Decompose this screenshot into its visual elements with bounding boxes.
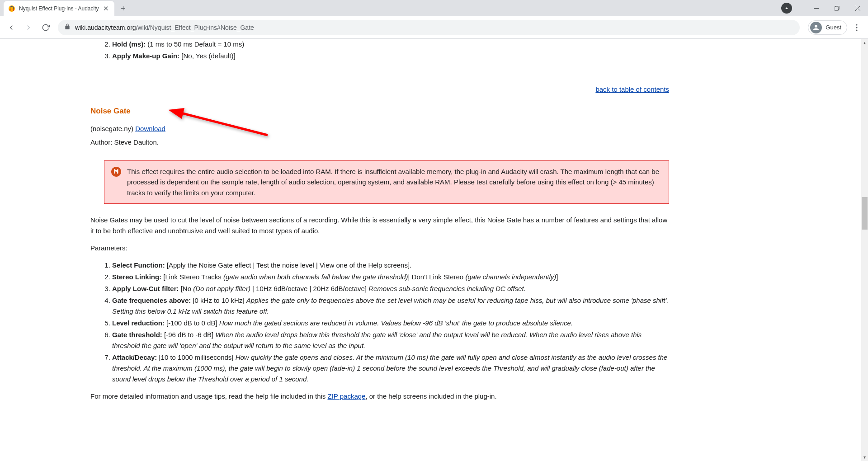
window-controls [781,0,868,16]
reload-button[interactable] [38,20,53,35]
author-line: Author: Steve Daulton. [90,137,669,148]
zip-package-link[interactable]: ZIP package [327,392,365,400]
parameters-list: Select Function: [Apply the Noise Gate e… [90,260,669,385]
page-viewport: Hold (ms): (1 ms to 50 ms Default = 10 m… [0,39,868,461]
param-item: Gate frequencies above: [0 kHz to 10 kHz… [112,295,669,317]
forward-button[interactable] [21,20,36,35]
browser-toolbar: wiki.audacityteam.org/wiki/Nyquist_Effec… [0,16,868,39]
section-separator: back to table of contents [90,82,669,95]
more-info-paragraph: For more detailed information and usage … [90,391,669,402]
tab-close-button[interactable]: ✕ [103,5,110,12]
download-link[interactable]: Download [135,125,165,132]
window-maximize-button[interactable] [826,0,847,16]
audacity-favicon [8,5,15,12]
svg-point-8 [856,27,857,28]
list-item: Apply Make-up Gain: [No, Yes (default)] [112,51,669,61]
window-close-button[interactable] [847,0,868,16]
page-content: Hold (ms): (1 ms to 50 ms Default = 10 m… [0,39,861,408]
vertical-scrollbar[interactable]: ▴ ▾ [861,39,868,461]
back-button[interactable] [4,20,19,35]
tab-strip: Nyquist Effect Plug-ins - Audacity ✕ + [0,0,868,16]
url-text: wiki.audacityteam.org/wiki/Nyquist_Effec… [75,24,254,31]
param-item: Attack/Decay: [10 to 1000 milliseconds] … [112,352,669,385]
section-heading-noise-gate: Noise Gate [90,105,669,117]
avatar-icon [810,22,822,33]
svg-point-9 [856,29,857,31]
svg-rect-1 [9,9,10,11]
scroll-thumb[interactable] [862,197,868,230]
warning-icon [111,166,122,177]
browser-chrome: Nyquist Effect Plug-ins - Audacity ✕ + w… [0,0,868,39]
svg-rect-4 [835,7,838,10]
scroll-track[interactable] [861,47,868,453]
svg-rect-2 [13,9,14,11]
back-to-toc-link[interactable]: back to table of contents [595,85,669,93]
window-minimize-button[interactable] [806,0,826,16]
incognito-indicator[interactable] [781,3,792,14]
scroll-up-button[interactable]: ▴ [861,39,868,47]
lock-icon [64,24,71,31]
download-line: (noisegate.ny) Download [90,123,669,134]
profile-button[interactable]: Guest [808,20,847,35]
new-tab-button[interactable]: + [117,2,130,15]
param-item: Level reduction: [-100 dB to 0 dB] How m… [112,318,669,329]
tab-title: Nyquist Effect Plug-ins - Audacity [19,5,99,12]
param-item: Select Function: [Apply the Noise Gate e… [112,260,669,271]
param-item: Apply Low-Cut filter: [No (Do not apply … [112,283,669,294]
param-item: Gate threshold: [-96 dB to -6 dB] When t… [112,329,669,351]
browser-menu-button[interactable] [849,20,864,35]
browser-tab[interactable]: Nyquist Effect Plug-ins - Audacity ✕ [4,1,114,16]
parameters-label: Parameters: [90,243,669,254]
list-item: Hold (ms): (1 ms to 50 ms Default = 10 m… [112,39,669,50]
scroll-down-button[interactable]: ▾ [861,453,868,461]
address-bar[interactable]: wiki.audacityteam.org/wiki/Nyquist_Effec… [58,20,800,35]
svg-point-7 [856,24,857,25]
intro-paragraph: Noise Gates may be used to cut the level… [90,215,669,236]
param-item: Stereo Linking: [Link Stereo Tracks (gat… [112,272,669,282]
warning-text: This effect requires the entire audio se… [127,168,659,197]
upper-parameter-list: Hold (ms): (1 ms to 50 ms Default = 10 m… [90,39,669,61]
warning-box: This effect requires the entire audio se… [104,160,669,204]
